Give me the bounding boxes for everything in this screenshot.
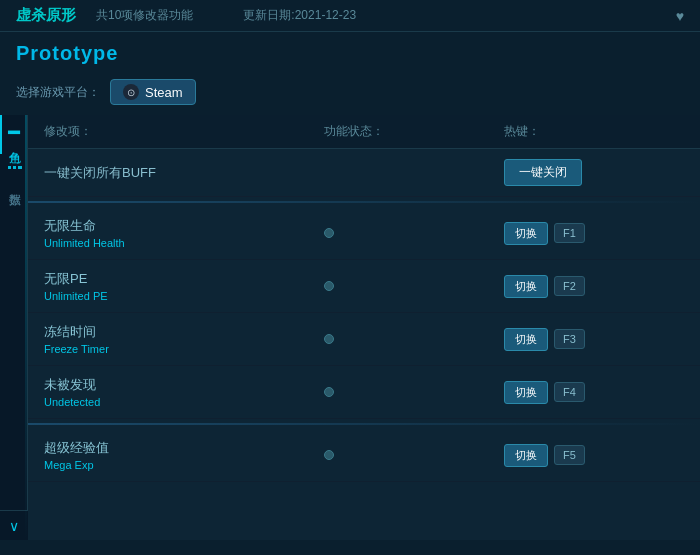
favorite-icon[interactable]: ♥: [676, 8, 684, 24]
toggle-button-0[interactable]: 切换: [504, 222, 548, 245]
platform-label: 选择游戏平台：: [16, 84, 100, 101]
feature-name-3: 未被发现 Undetected: [44, 376, 324, 408]
hotkey-area-2: 切换 F3: [504, 328, 684, 351]
feature-row: 冻结时间 Freeze Timer 切换 F3: [28, 313, 700, 366]
feature-status-1: [324, 281, 504, 291]
platform-steam-label: Steam: [145, 85, 183, 100]
feature-en-d0: Mega Exp: [44, 459, 324, 471]
feature-zh-3: 未被发现: [44, 376, 324, 394]
col-status: 功能状态：: [324, 123, 504, 140]
feature-name-2: 冻结时间 Freeze Timer: [44, 323, 324, 355]
hotkey-area-d0: 切换 F5: [504, 444, 684, 467]
table-header: 修改项： 功能状态： 热键：: [28, 115, 700, 149]
one-key-row: 一键关闭所有BUFF 一键关闭: [28, 149, 700, 197]
feature-name-1: 无限PE Unlimited PE: [44, 270, 324, 302]
hotkey-tag-d0: F5: [554, 445, 585, 465]
main-content: ▐ 角色 数据 ∨ 修改项： 功能状态： 热键： 一键关闭所有BUFF: [0, 115, 700, 540]
toggle-button-3[interactable]: 切换: [504, 381, 548, 404]
hotkey-tag-0: F1: [554, 223, 585, 243]
chevron-down-icon[interactable]: ∨: [0, 510, 28, 540]
feature-en-2: Freeze Timer: [44, 343, 324, 355]
feature-zh-d0: 超级经验值: [44, 439, 324, 457]
platform-steam-button[interactable]: ⊙ Steam: [110, 79, 196, 105]
feature-name-d0: 超级经验值 Mega Exp: [44, 439, 324, 471]
hotkey-area-3: 切换 F4: [504, 381, 684, 404]
feature-status-d0: [324, 450, 504, 460]
feature-status-0: [324, 228, 504, 238]
update-date: 更新日期:2021-12-23: [243, 7, 356, 24]
col-feature: 修改项：: [44, 123, 324, 140]
feature-name-0: 无限生命 Unlimited Health: [44, 217, 324, 249]
feature-en-1: Unlimited PE: [44, 290, 324, 302]
sidebar-role[interactable]: ▐ 角色: [0, 115, 27, 154]
feature-zh-2: 冻结时间: [44, 323, 324, 341]
hotkey-area-0: 切换 F1: [504, 222, 684, 245]
feature-count: 共10项修改器功能: [96, 7, 193, 24]
toggle-button-2[interactable]: 切换: [504, 328, 548, 351]
hotkey-tag-1: F2: [554, 276, 585, 296]
feature-rows-data: 超级经验值 Mega Exp 切换 F5: [28, 429, 700, 482]
feature-zh-0: 无限生命: [44, 217, 324, 235]
feature-status-3: [324, 387, 504, 397]
sidebar-glow: [25, 115, 27, 540]
feature-row: 无限PE Unlimited PE 切换 F2: [28, 260, 700, 313]
status-dot-d0: [324, 450, 334, 460]
status-dot-3: [324, 387, 334, 397]
one-key-action: 一键关闭: [504, 159, 684, 186]
status-dot-1: [324, 281, 334, 291]
role-icon: ▐: [9, 127, 20, 134]
game-title: Prototype: [0, 32, 700, 73]
platform-section: 选择游戏平台： ⊙ Steam: [0, 73, 700, 115]
sidebar-data[interactable]: 数据: [0, 154, 27, 196]
feature-row: 无限生命 Unlimited Health 切换 F1: [28, 207, 700, 260]
section-divider-2: [28, 423, 700, 425]
sidebar: ▐ 角色 数据 ∨: [0, 115, 28, 540]
feature-status-2: [324, 334, 504, 344]
feature-rows-character: 无限生命 Unlimited Health 切换 F1 无限PE Unlimit…: [28, 207, 700, 419]
feature-row: 未被发现 Undetected 切换 F4: [28, 366, 700, 419]
toggle-button-d0[interactable]: 切换: [504, 444, 548, 467]
hotkey-tag-3: F4: [554, 382, 585, 402]
toggle-button-1[interactable]: 切换: [504, 275, 548, 298]
feature-row-data: 超级经验值 Mega Exp 切换 F5: [28, 429, 700, 482]
feature-en-3: Undetected: [44, 396, 324, 408]
game-title-header: 虚杀原形: [16, 6, 76, 25]
col-hotkey: 热键：: [504, 123, 684, 140]
feature-en-0: Unlimited Health: [44, 237, 324, 249]
data-bar-icon: [8, 166, 22, 180]
one-key-close-button[interactable]: 一键关闭: [504, 159, 582, 186]
hotkey-area-1: 切换 F2: [504, 275, 684, 298]
section-divider-1: [28, 201, 700, 203]
status-dot-0: [324, 228, 334, 238]
steam-logo-icon: ⊙: [123, 84, 139, 100]
feature-zh-1: 无限PE: [44, 270, 324, 288]
hotkey-tag-2: F3: [554, 329, 585, 349]
status-dot-2: [324, 334, 334, 344]
feature-table: 修改项： 功能状态： 热键： 一键关闭所有BUFF 一键关闭 无限生命 Unli…: [28, 115, 700, 540]
top-bar: 虚杀原形 共10项修改器功能 更新日期:2021-12-23 ♥: [0, 0, 700, 32]
one-key-label: 一键关闭所有BUFF: [44, 164, 324, 182]
